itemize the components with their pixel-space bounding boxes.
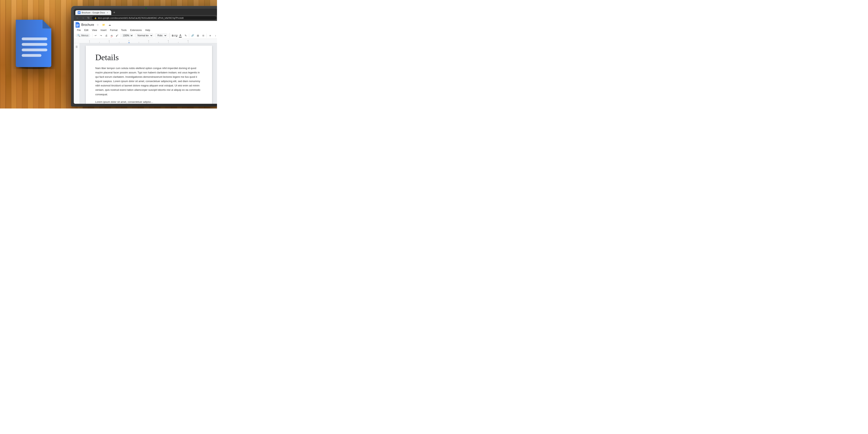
menu-format[interactable]: Format — [108, 28, 119, 32]
italic-button[interactable]: I — [174, 33, 175, 38]
url-text: docs.google.com/document/d/1-8sXwCaLifQ7… — [98, 17, 184, 19]
docs-header: Brochure ☆ 📁 ☁ File Edit View Insert For… — [74, 21, 217, 39]
laptop-wrapper: Brochure - Google Docs × + ← → ↻ 🔒 docs.… — [71, 6, 217, 106]
menu-view[interactable]: View — [90, 28, 99, 32]
font-select[interactable]: Roboto Arial — [155, 33, 167, 38]
browser-tab-active[interactable]: Brochure - Google Docs × — [75, 10, 111, 15]
ruler: 1 2 3 4 5 — [74, 39, 217, 43]
search-icon: 🔍 — [77, 34, 80, 37]
docs-title-row: Brochure ☆ 📁 ☁ — [75, 22, 217, 28]
lock-icon: 🔒 — [94, 17, 97, 19]
svg-text:2: 2 — [109, 40, 110, 42]
address-bar[interactable]: 🔒 docs.google.com/document/d/1-8sXwCaLif… — [92, 16, 217, 20]
doc-paragraph-1[interactable]: Nam liber tempor cum soluta nobis eleife… — [95, 66, 203, 97]
tab-title: Brochure - Google Docs — [82, 11, 105, 14]
toolbar-sep-3 — [134, 34, 134, 37]
align-button[interactable]: ≡ — [208, 33, 213, 38]
text-color-button[interactable]: A — [178, 33, 183, 38]
toolbar-sep-2 — [120, 34, 121, 37]
svg-rect-3 — [6, 0, 6, 108]
toolbar-sep-4 — [154, 34, 154, 37]
toolbar-row: 🔍 Menus ↩ ↪ 🖨 ab 🖌 150% — [75, 32, 217, 39]
bold-button[interactable]: B — [172, 33, 174, 38]
gdocs-icon — [12, 12, 55, 69]
menu-tools[interactable]: Tools — [120, 28, 128, 32]
toolbar-search-button[interactable]: 🔍 Menus — [75, 34, 90, 37]
svg-rect-89 — [78, 13, 80, 13]
menu-insert[interactable]: Insert — [99, 28, 108, 32]
svg-text:6: 6 — [188, 40, 189, 42]
doc-heading: Details — [95, 53, 203, 62]
insert-image-button[interactable]: ⊞ — [195, 33, 200, 38]
menu-help[interactable]: Help — [144, 28, 152, 32]
print-button[interactable]: 🖨 — [104, 33, 109, 38]
folder-button[interactable]: 📁 — [102, 23, 106, 27]
new-tab-button[interactable]: + — [112, 10, 117, 15]
text-style-select[interactable]: Normal text Heading 1 Heading 2 — [135, 33, 153, 38]
outline-toggle-icon[interactable]: ☰ — [75, 45, 78, 48]
tab-close-button[interactable]: × — [106, 11, 109, 14]
address-bar-row: ← → ↻ 🔒 docs.google.com/document/d/1-8sX… — [74, 15, 217, 21]
svg-rect-83 — [22, 43, 48, 46]
cloud-button[interactable]: ☁ — [107, 23, 112, 27]
paint-format-button[interactable]: 🖌 — [115, 33, 119, 38]
star-button[interactable]: ☆ — [96, 23, 100, 27]
camera-dot — [145, 7, 147, 9]
laptop-bezel: Brochure - Google Docs × + ← → ↻ 🔒 docs.… — [71, 6, 217, 106]
spell-check-button[interactable]: ab — [109, 33, 114, 38]
toolbar-sep-6 — [170, 34, 171, 37]
svg-rect-2 — [5, 0, 11, 108]
svg-rect-13 — [55, 0, 61, 108]
underline-button[interactable]: U — [176, 33, 177, 38]
tab-bar: Brochure - Google Docs × + — [75, 10, 217, 15]
svg-rect-92 — [76, 26, 78, 26]
forward-button[interactable]: → — [81, 16, 85, 20]
svg-rect-84 — [22, 49, 48, 51]
menu-edit[interactable]: Edit — [83, 28, 90, 32]
doc-sidebar: ☰ — [74, 43, 80, 104]
docs-logo-icon — [75, 22, 80, 28]
browser-window: Brochure - Google Docs × + ← → ↻ 🔒 docs.… — [74, 9, 217, 104]
menus-label: Menus — [81, 34, 88, 37]
menu-file[interactable]: File — [75, 28, 82, 32]
svg-rect-14 — [61, 0, 66, 108]
svg-text:1: 1 — [89, 40, 90, 42]
highlight-button[interactable]: ✎ — [183, 33, 188, 38]
svg-rect-90 — [76, 25, 79, 25]
line-spacing-button[interactable]: ↕ — [213, 33, 217, 38]
insert-image2-button[interactable]: ⊟ — [201, 33, 206, 38]
docs-document-title[interactable]: Brochure — [81, 23, 94, 27]
doc-paragraph-2[interactable]: Lorem ipsum dolor sit amet, consectetuer… — [95, 100, 203, 104]
tab-favicon — [78, 11, 81, 14]
svg-rect-88 — [78, 12, 80, 13]
toolbar-sep-1 — [92, 34, 92, 37]
svg-text:3: 3 — [128, 40, 129, 42]
font-size-control: − + — [169, 33, 169, 38]
menu-bar: File Edit View Insert Format Tools Exten… — [75, 28, 217, 32]
svg-rect-85 — [22, 54, 41, 57]
doc-content-area[interactable]: Details Nam liber tempor cum soluta nobi… — [80, 43, 217, 104]
insert-link-button[interactable]: 🔗 — [190, 33, 195, 38]
redo-button[interactable]: ↪ — [99, 33, 103, 38]
svg-text:4: 4 — [148, 40, 149, 42]
svg-rect-82 — [22, 37, 48, 40]
svg-rect-0 — [0, 0, 5, 108]
refresh-button[interactable]: ↻ — [86, 16, 91, 20]
doc-page: Details Nam liber tempor cum soluta nobi… — [86, 45, 212, 104]
zoom-select[interactable]: 150% — [122, 34, 133, 37]
svg-text:5: 5 — [168, 40, 169, 42]
back-button[interactable]: ← — [75, 16, 80, 20]
toolbar-sep-8 — [207, 34, 207, 37]
browser-chrome: Brochure - Google Docs × + — [74, 9, 217, 15]
svg-rect-91 — [76, 25, 79, 26]
svg-rect-87 — [78, 12, 80, 12]
svg-rect-5 — [11, 0, 11, 108]
menu-extensions[interactable]: Extensions — [129, 28, 144, 32]
doc-area: ☰ Details Nam liber tempor cum soluta no… — [74, 43, 217, 104]
undo-button[interactable]: ↩ — [93, 33, 98, 38]
